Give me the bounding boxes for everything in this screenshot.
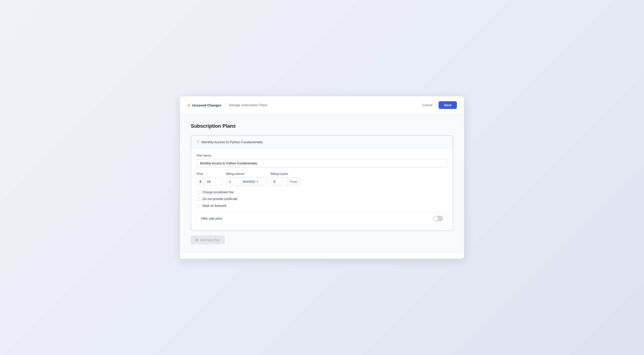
billing-interval-group: Billing Interval Month(s) ▾ — [226, 172, 267, 186]
billing-interval-unit-select[interactable]: Month(s) ▾ — [240, 180, 267, 183]
price-label: Price — [197, 172, 222, 176]
plan-card-title: Monthly Access to Python Fundamentals — [202, 140, 263, 144]
charge-enrollment-fee-item[interactable]: Charge enrollment fee — [197, 190, 447, 194]
warning-icon: ⚠ — [187, 103, 190, 107]
price-symbol: $ — [197, 178, 204, 186]
offer-sale-price-label: Offer sale price — [201, 217, 222, 220]
charge-enrollment-fee-label: Charge enrollment fee — [202, 190, 234, 194]
drag-handle-icon[interactable]: ⠿ — [197, 140, 199, 144]
add-plan-icon: ⊞ — [195, 238, 198, 242]
chevron-down-icon: ▾ — [256, 180, 258, 183]
plan-card-body: Plan Name Price $ Billing — [191, 148, 453, 230]
mark-featured-item[interactable]: Mark as featured — [197, 204, 447, 208]
modal-body: Subscription Plans ⠿ Monthly Access to P… — [180, 114, 464, 253]
price-group: Price $ — [197, 172, 222, 186]
plan-name-label: Plan Name — [197, 154, 447, 157]
add-new-plan-button[interactable]: ⊞ Add New Plan — [191, 236, 224, 244]
modal-container: ⚠ Unsaved Changes Manage Subscription Pl… — [180, 96, 464, 259]
plan-name-group: Plan Name — [197, 154, 447, 168]
toggle-slider — [433, 216, 443, 221]
header-actions: Cancel Save — [419, 101, 457, 109]
billing-cycles-suffix: Times — [287, 178, 300, 186]
offer-sale-price-toggle[interactable] — [433, 216, 443, 221]
price-input-wrapper: $ — [197, 177, 222, 186]
plan-card: ⠿ Monthly Access to Python Fundamentals … — [191, 135, 453, 231]
billing-interval-input-row: Month(s) ▾ — [226, 177, 267, 186]
plan-name-input[interactable] — [197, 159, 447, 168]
mark-featured-checkbox[interactable] — [197, 204, 200, 208]
checkbox-group: Charge enrollment fee Do not provide cer… — [197, 190, 447, 208]
price-input[interactable] — [204, 178, 222, 186]
unsaved-changes-indicator: ⚠ Unsaved Changes — [187, 103, 222, 107]
billing-cycles-group: Billing Cycles Times — [271, 172, 300, 186]
billing-interval-input[interactable] — [226, 178, 240, 186]
offer-sale-price-row: Offer sale price — [197, 212, 447, 225]
header-left: ⚠ Unsaved Changes Manage Subscription Pl… — [187, 103, 267, 107]
billing-cycles-input-wrapper: Times — [271, 177, 300, 186]
add-plan-label: Add New Plan — [200, 238, 220, 242]
billing-cycles-label: Billing Cycles — [271, 172, 300, 176]
billing-cycles-input[interactable] — [271, 178, 287, 186]
page-title: Subscription Plans — [191, 123, 453, 129]
mark-featured-label: Mark as featured — [202, 204, 226, 208]
header-divider — [225, 103, 225, 107]
no-certificate-checkbox[interactable] — [197, 197, 200, 201]
plan-card-header: ⠿ Monthly Access to Python Fundamentals — [191, 136, 453, 148]
billing-interval-unit-label: Month(s) — [243, 180, 255, 183]
pricing-row: Price $ Billing Interval Month(s) — [197, 172, 447, 190]
billing-interval-label: Billing Interval — [226, 172, 267, 176]
cancel-button[interactable]: Cancel — [419, 102, 436, 109]
modal-header: ⚠ Unsaved Changes Manage Subscription Pl… — [180, 96, 464, 114]
no-certificate-item[interactable]: Do not provide certificate — [197, 197, 447, 201]
charge-enrollment-fee-checkbox[interactable] — [197, 190, 200, 194]
breadcrumb: Manage Subscription Plans — [229, 103, 267, 107]
unsaved-changes-label: Unsaved Changes — [192, 103, 222, 107]
save-button[interactable]: Save — [438, 101, 457, 109]
no-certificate-label: Do not provide certificate — [202, 197, 238, 201]
